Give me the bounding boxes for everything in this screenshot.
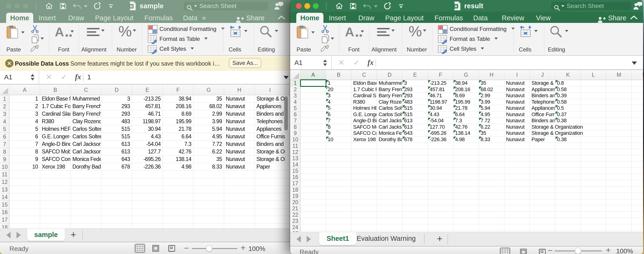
column-header-A[interactable]: A: [10, 85, 40, 95]
zoom-button[interactable]: [23, 3, 28, 9]
row-header-1[interactable]: 1: [290, 80, 300, 86]
column-header-J[interactable]: J: [530, 70, 555, 80]
format-painter-button[interactable]: [30, 45, 40, 53]
row-header-17[interactable]: 17: [290, 180, 300, 187]
row-header-14[interactable]: 14: [290, 161, 300, 168]
cell-C8[interactable]: Carl Jackson: [71, 148, 101, 156]
redo-button[interactable]: [93, 2, 102, 11]
toolbar-customize-chevron[interactable]: [107, 3, 114, 10]
cell-F6[interactable]: 6.64: [163, 133, 191, 140]
cell-H8[interactable]: Nunavut: [224, 148, 254, 156]
editing-dropdown-arrow[interactable]: [275, 30, 278, 32]
cell-I1[interactable]: Nunavut: [504, 80, 529, 86]
row-header-2[interactable]: 2: [0, 103, 10, 110]
row-header-12[interactable]: 12: [0, 178, 10, 186]
format-as-table-icon[interactable]: [438, 35, 448, 44]
cell-D4[interactable]: 483: [102, 118, 130, 125]
cell-D1[interactable]: 3: [102, 95, 130, 103]
cell-D5[interactable]: 515: [102, 125, 130, 133]
column-header-H[interactable]: H: [479, 70, 504, 80]
cell-F1[interactable]: 38.94: [163, 95, 191, 103]
cell-J8[interactable]: Storage & Organization: [530, 124, 604, 130]
zoom-in-button[interactable]: +: [240, 243, 246, 253]
ribbon-tab-formulas[interactable]: Formulas: [144, 13, 173, 23]
cell-G1[interactable]: 38.94: [454, 80, 478, 86]
minimize-button[interactable]: [304, 3, 310, 9]
select-all-box[interactable]: [0, 85, 10, 95]
sheet-tab-evaluation-warning[interactable]: Evaluation Warning: [356, 232, 416, 245]
column-header-H[interactable]: H: [224, 85, 255, 95]
column-header-C[interactable]: C: [352, 70, 377, 80]
cell-F7[interactable]: 7.3: [163, 140, 191, 148]
cell-H3[interactable]: 2.99: [479, 93, 504, 99]
name-box-spinner[interactable]: [31, 74, 34, 81]
cell-I10[interactable]: Nunavut: [504, 136, 529, 143]
cell-I4[interactable]: Nunavut: [504, 99, 529, 105]
contact-presence-icon[interactable]: [633, 2, 642, 11]
cell-B7[interactable]: Angle-D Binders with Locking Rings, Labe…: [40, 140, 70, 148]
cell-C3[interactable]: Cardinal Slant-D Ring Binder, Heavy Gaug…: [352, 93, 376, 99]
cells-dropdown-arrow[interactable]: [244, 30, 248, 32]
name-box[interactable]: A1: [0, 70, 39, 84]
cell-C6[interactable]: Carlos Soltero: [71, 133, 101, 140]
cell-C6[interactable]: G.E. Longer-Life Indoor Recessed Floodli…: [352, 111, 376, 118]
cell-C10[interactable]: Xerox 198: [352, 136, 376, 143]
cell-G5[interactable]: 5.94: [194, 125, 222, 133]
cell-F9[interactable]: -695.26: [428, 130, 453, 136]
cell-H5[interactable]: Nunavut: [224, 125, 254, 133]
cell-H8[interactable]: 6.22: [479, 124, 504, 130]
copy-dropdown-arrow[interactable]: [40, 38, 44, 40]
cell-A4[interactable]: 4: [10, 118, 38, 125]
row-header-8[interactable]: 8: [290, 124, 300, 130]
cell-C7[interactable]: Carl Jackson: [71, 140, 101, 148]
cell-D2[interactable]: Barry French: [377, 86, 402, 93]
share-button[interactable]: Share: [596, 13, 626, 23]
share-button[interactable]: Share: [234, 13, 264, 23]
cell-C4[interactable]: Clay Rozendal: [71, 118, 101, 125]
spinner-down-arrow[interactable]: [323, 64, 327, 66]
row-header-5[interactable]: 5: [290, 105, 300, 111]
cell-E6[interactable]: 4.43: [132, 133, 161, 140]
copy-button[interactable]: [30, 34, 40, 44]
editing-button[interactable]: [259, 25, 273, 39]
cell-J1[interactable]: Storage & Organization: [530, 80, 555, 86]
cell-styles-button[interactable]: Cell Styles: [160, 46, 186, 52]
cell-H2[interactable]: 68.02: [479, 86, 504, 93]
row-header-10[interactable]: 10: [290, 136, 300, 143]
cell-J6[interactable]: Office Furnishings: [530, 111, 555, 118]
cell-B8[interactable]: SAFCO Mobile Desk Side File, Wire Frame: [40, 148, 70, 156]
cell-A3[interactable]: 3: [10, 110, 38, 118]
column-header-E[interactable]: E: [132, 85, 163, 95]
cell-E1[interactable]: -213.25: [132, 95, 161, 103]
ribbon-tab-view[interactable]: View: [536, 13, 550, 23]
cell-H7[interactable]: Nunavut: [224, 140, 254, 148]
ribbon-tab-data[interactable]: Data: [183, 13, 198, 23]
copy-dropdown-arrow[interactable]: [331, 38, 334, 40]
home-button[interactable]: [335, 2, 344, 11]
cell-F5[interactable]: 30.94: [428, 105, 453, 111]
sheet-nav-next[interactable]: [307, 236, 311, 242]
selection-fill-handle[interactable]: [324, 85, 328, 88]
cell-G8[interactable]: 6.22: [194, 148, 222, 156]
ribbon-tab-formulas[interactable]: Formulas: [434, 13, 463, 23]
close-button[interactable]: [6, 3, 12, 9]
cell-B7[interactable]: 7: [326, 118, 351, 124]
page-break-view-button[interactable]: [166, 243, 177, 253]
cell-E5[interactable]: 30.94: [132, 125, 161, 133]
conditional-formatting-button[interactable]: Conditional Formatting: [450, 26, 506, 32]
cell-H9[interactable]: 35: [479, 130, 504, 136]
alignment-button[interactable]: [86, 27, 100, 38]
cell-B3[interactable]: Cardinal Slant-D Ring Binder, Heavy Gaug…: [40, 110, 70, 118]
row-header-15[interactable]: 15: [0, 201, 10, 208]
cell-H3[interactable]: Nunavut: [224, 110, 254, 118]
alignment-button[interactable]: [376, 27, 391, 38]
vertical-scrollbar-thumb[interactable]: [284, 96, 288, 131]
cell-F2[interactable]: 208.16: [163, 103, 191, 110]
cell-G6[interactable]: 4.95: [194, 133, 222, 140]
formula-fx-icon[interactable]: fx: [368, 58, 374, 67]
font-dropdown-arrow[interactable]: [361, 31, 364, 33]
cell-B8[interactable]: 8: [326, 124, 351, 130]
undo-dropdown-arrow[interactable]: [374, 5, 378, 8]
zoom-out-button[interactable]: −: [184, 243, 189, 253]
zoom-slider-track[interactable]: [192, 248, 237, 249]
